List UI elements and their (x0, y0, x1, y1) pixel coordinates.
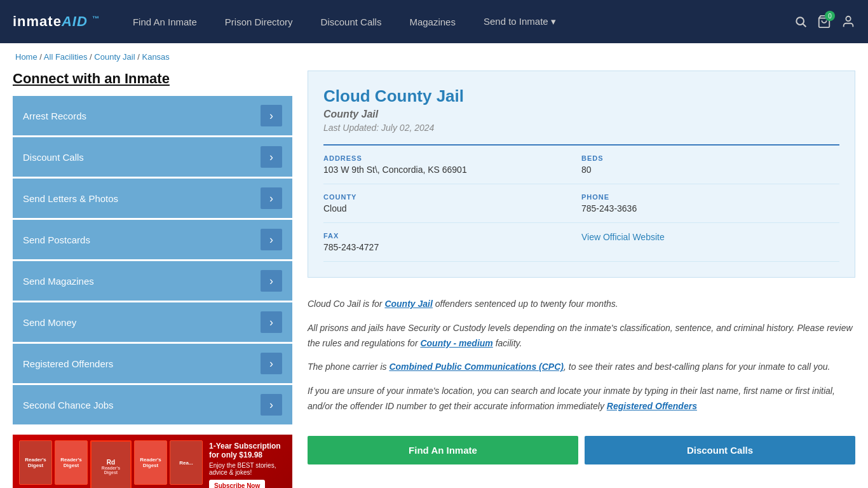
sidebar-title: Connect with an Inmate (13, 71, 292, 87)
fax-label: FAX (323, 232, 581, 240)
content-area: Cloud County Jail County Jail Last Updat… (308, 71, 855, 488)
sidebar-item-discount-calls[interactable]: Discount Calls › (13, 137, 292, 177)
svg-line-1 (803, 24, 806, 27)
nav-magazines[interactable]: Magazines (395, 0, 470, 43)
arrow-icon: › (261, 270, 282, 292)
sidebar-item-label: Arrest Records (23, 111, 86, 121)
sidebar-item-send-letters[interactable]: Send Letters & Photos › (13, 179, 292, 218)
facility-type: County Jail (323, 109, 839, 120)
search-icon (794, 15, 807, 28)
arrow-icon: › (261, 229, 282, 250)
ad-covers: Reader'sDigest Reader'sDigest Rd Reader'… (19, 440, 203, 488)
arrow-icon: › (261, 105, 282, 126)
sidebar-item-label: Discount Calls (23, 152, 84, 163)
arrow-icon: › (261, 394, 282, 416)
address-value: 103 W 9th St\, Concordia, KS 66901 (323, 165, 581, 175)
address-label: ADDRESS (323, 154, 581, 162)
fax-section: FAX 785-243-4727 (323, 223, 581, 262)
sidebar-item-send-magazines[interactable]: Send Magazines › (13, 261, 292, 301)
nav-icons: 0 (794, 15, 855, 29)
cart-button[interactable]: 0 (817, 15, 831, 29)
county-value: Cloud (323, 203, 581, 214)
navbar: inmateAID ™ Find An Inmate Prison Direct… (0, 0, 868, 43)
county-section: COUNTY Cloud (323, 184, 581, 223)
ad-subscribe-button[interactable]: Subscribe Now (209, 480, 265, 489)
registered-offenders-link[interactable]: Registered Offenders (607, 401, 697, 411)
ad-cover-2: Reader'sDigest (55, 440, 88, 485)
cart-badge: 0 (825, 11, 835, 21)
sidebar: Connect with an Inmate Arrest Records › … (13, 71, 292, 488)
ad-text: 1-Year Subscription for only $19.98 Enjo… (209, 442, 286, 489)
breadcrumb-county-jail[interactable]: County Jail (94, 52, 135, 62)
logo-text: inmateAID ™ (13, 13, 100, 30)
user-icon (841, 15, 855, 29)
cpc-link[interactable]: Combined Public Communications (CPC) (389, 362, 564, 372)
ad-cover-1: Reader'sDigest (19, 440, 52, 485)
sidebar-item-send-postcards[interactable]: Send Postcards › (13, 220, 292, 259)
ad-headline: 1-Year Subscription for only $19.98 (209, 442, 286, 459)
nav-find-inmate[interactable]: Find An Inmate (119, 0, 211, 43)
nav-send-to-inmate[interactable]: Send to Inmate ▾ (470, 0, 570, 43)
ad-cover-main: Rd Reader'sDigest (90, 440, 132, 488)
breadcrumb: Home / All Facilities / County Jail / Ka… (0, 43, 868, 71)
breadcrumb-state[interactable]: Kansas (142, 52, 169, 62)
svg-point-3 (846, 17, 850, 21)
logo[interactable]: inmateAID ™ (13, 13, 100, 30)
arrow-icon: › (261, 353, 282, 374)
sidebar-item-label: Second Chance Jobs (23, 400, 114, 410)
county-jail-link[interactable]: County Jail (384, 299, 432, 309)
sidebar-item-second-chance-jobs[interactable]: Second Chance Jobs › (13, 385, 292, 424)
discount-calls-button[interactable]: Discount Calls (585, 436, 855, 464)
arrow-icon: › (261, 311, 282, 333)
search-button[interactable] (794, 15, 807, 28)
sidebar-item-label: Registered Offenders (23, 358, 113, 369)
sidebar-item-label: Send Magazines (23, 276, 94, 287)
desc-para2: All prisons and jails have Security or C… (308, 321, 855, 351)
beds-label: BEDS (581, 154, 839, 162)
phone-label: PHONE (581, 193, 839, 201)
breadcrumb-home[interactable]: Home (15, 52, 37, 62)
nav-links: Find An Inmate Prison Directory Discount… (119, 0, 794, 43)
desc-para1: Cloud Co Jail is for County Jail offende… (308, 297, 855, 312)
arrow-icon: › (261, 146, 282, 168)
sidebar-item-label: Send Money (23, 317, 76, 328)
website-section: View Official Website (581, 223, 839, 262)
svg-point-0 (796, 17, 804, 25)
sidebar-item-registered-offenders[interactable]: Registered Offenders › (13, 344, 292, 383)
county-medium-link[interactable]: County - medium (420, 338, 492, 348)
sidebar-item-arrest-records[interactable]: Arrest Records › (13, 96, 292, 135)
facility-updated: Last Updated: July 02, 2024 (323, 123, 839, 133)
breadcrumb-all-facilities[interactable]: All Facilities (44, 52, 88, 62)
desc-para3: The phone carrier is Combined Public Com… (308, 360, 855, 375)
beds-section: BEDS 80 (581, 146, 839, 184)
arrow-icon: › (261, 187, 282, 209)
user-button[interactable] (841, 15, 855, 29)
phone-section: PHONE 785-243-3636 (581, 184, 839, 223)
ad-cover-3: Reader'sDigest (134, 440, 167, 485)
sidebar-menu: Arrest Records › Discount Calls › Send L… (13, 96, 292, 424)
bottom-buttons: Find An Inmate Discount Calls (308, 436, 855, 464)
address-section: ADDRESS 103 W 9th St\, Concordia, KS 669… (323, 146, 581, 184)
ad-sub: Enjoy the BEST stories, advice & jokes! (209, 462, 286, 476)
facility-details: ADDRESS 103 W 9th St\, Concordia, KS 669… (323, 144, 839, 262)
sidebar-item-label: Send Letters & Photos (23, 193, 118, 204)
facility-description: Cloud Co Jail is for County Jail offende… (308, 290, 855, 430)
phone-value: 785-243-3636 (581, 203, 839, 214)
main-layout: Connect with an Inmate Arrest Records › … (0, 71, 868, 488)
facility-name: Cloud County Jail (323, 86, 839, 106)
beds-value: 80 (581, 165, 839, 175)
sidebar-item-send-money[interactable]: Send Money › (13, 302, 292, 342)
facility-card: Cloud County Jail County Jail Last Updat… (308, 71, 855, 278)
desc-para4: If you are unsure of your inmate's locat… (308, 384, 855, 414)
fax-value: 785-243-4727 (323, 242, 581, 252)
nav-prison-directory[interactable]: Prison Directory (211, 0, 307, 43)
sidebar-item-label: Send Postcards (23, 234, 90, 245)
ad-cover-4: Rea... (170, 440, 203, 485)
nav-discount-calls[interactable]: Discount Calls (307, 0, 396, 43)
website-link[interactable]: View Official Website (581, 232, 665, 242)
county-label: COUNTY (323, 193, 581, 201)
sidebar-ad[interactable]: Reader'sDigest Reader'sDigest Rd Reader'… (13, 435, 292, 488)
find-inmate-button[interactable]: Find An Inmate (308, 436, 578, 464)
